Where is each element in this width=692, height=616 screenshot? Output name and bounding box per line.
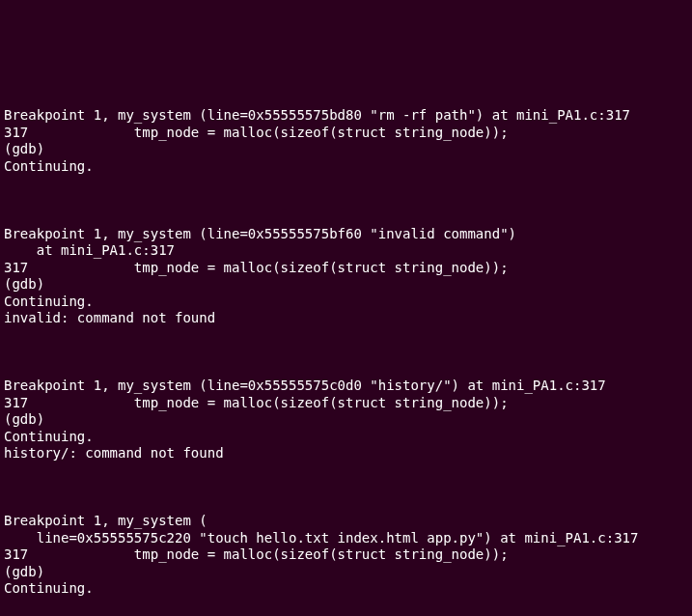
terminal-output[interactable]: Breakpoint 1, my_system (line=0x55555575…	[4, 73, 688, 616]
bp-block: Breakpoint 1, my_system (line=0x55555575…	[4, 361, 688, 462]
bp-block: Breakpoint 1, my_system (line=0x55555575…	[4, 107, 688, 175]
bp-block: Breakpoint 1, my_system (line=0x55555575…	[4, 209, 688, 327]
bp-block: Breakpoint 1, my_system ( line=0x5555557…	[4, 496, 688, 598]
